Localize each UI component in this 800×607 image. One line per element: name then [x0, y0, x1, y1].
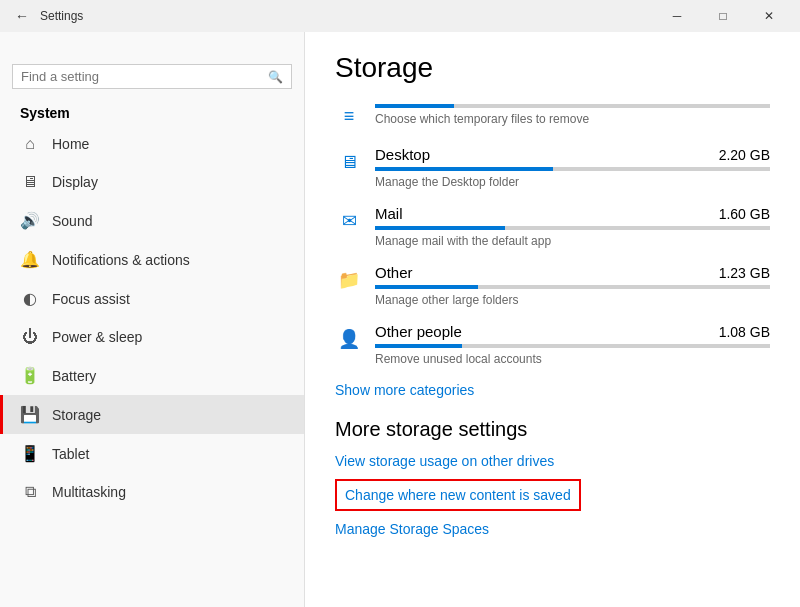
storage-icon-other: 📁: [335, 266, 363, 294]
storage-items-list: ≡ Choose which temporary files to remove…: [335, 100, 770, 366]
home-icon: ⌂: [20, 135, 40, 153]
storage-details-temp: Choose which temporary files to remove: [375, 100, 770, 126]
storage-bar-fill-mail: [375, 226, 505, 230]
link-manage-spaces[interactable]: Manage Storage Spaces: [335, 521, 770, 537]
storage-size-mail: 1.60 GB: [719, 206, 770, 222]
maximize-button[interactable]: □: [700, 0, 746, 32]
link-view-usage[interactable]: View storage usage on other drives: [335, 453, 770, 469]
sidebar-item-display[interactable]: 🖥 Display: [0, 163, 304, 201]
storage-bar-other-people: [375, 344, 770, 348]
storage-name-other-people: Other people: [375, 323, 462, 340]
multitasking-icon: ⧉: [20, 483, 40, 501]
storage-bar-fill-other: [375, 285, 478, 289]
storage-details-other: Other 1.23 GB Manage other large folders: [375, 264, 770, 307]
storage-desc-other-people: Remove unused local accounts: [375, 352, 770, 366]
search-icon: 🔍: [268, 70, 283, 84]
sidebar-item-notifications[interactable]: 🔔 Notifications & actions: [0, 240, 304, 279]
show-more-link[interactable]: Show more categories: [335, 382, 770, 398]
storage-details-mail: Mail 1.60 GB Manage mail with the defaul…: [375, 205, 770, 248]
sidebar-label-power: Power & sleep: [52, 329, 142, 345]
storage-item-desktop: 🖥 Desktop 2.20 GB Manage the Desktop fol…: [335, 146, 770, 189]
storage-icon-mail: ✉: [335, 207, 363, 235]
storage-header-other: Other 1.23 GB: [375, 264, 770, 281]
storage-bar-fill-temp: [375, 104, 454, 108]
search-input[interactable]: [21, 69, 268, 84]
sidebar-label-display: Display: [52, 174, 98, 190]
storage-name-other: Other: [375, 264, 413, 281]
maximize-icon: □: [719, 9, 726, 23]
sidebar-label-home: Home: [52, 136, 89, 152]
sidebar-section-title: System: [0, 97, 304, 125]
storage-item-mail: ✉ Mail 1.60 GB Manage mail with the defa…: [335, 205, 770, 248]
storage-bar-fill-desktop: [375, 167, 553, 171]
sidebar-item-home[interactable]: ⌂ Home: [0, 125, 304, 163]
titlebar: ← Settings ─ □ ✕: [0, 0, 800, 32]
sidebar-item-storage[interactable]: 💾 Storage: [0, 395, 304, 434]
close-icon: ✕: [764, 9, 774, 23]
sidebar-label-multitasking: Multitasking: [52, 484, 126, 500]
storage-item-temp: ≡ Choose which temporary files to remove: [335, 100, 770, 130]
storage-desc-desktop: Manage the Desktop folder: [375, 175, 770, 189]
page-title: Storage: [335, 52, 770, 84]
window-controls: ─ □ ✕: [654, 0, 792, 32]
sidebar-label-battery: Battery: [52, 368, 96, 384]
sidebar: 🔍 System ⌂ Home 🖥 Display 🔊 Sound 🔔 Noti…: [0, 32, 305, 607]
storage-bar-temp: [375, 104, 770, 108]
storage-size-desktop: 2.20 GB: [719, 147, 770, 163]
storage-header-desktop: Desktop 2.20 GB: [375, 146, 770, 163]
storage-desc-mail: Manage mail with the default app: [375, 234, 770, 248]
minimize-icon: ─: [673, 9, 682, 23]
sidebar-label-storage: Storage: [52, 407, 101, 423]
minimize-button[interactable]: ─: [654, 0, 700, 32]
back-button[interactable]: ←: [8, 2, 36, 30]
storage-icon: 💾: [20, 405, 40, 424]
sidebar-item-battery[interactable]: 🔋 Battery: [0, 356, 304, 395]
storage-desc-temp: Choose which temporary files to remove: [375, 112, 770, 126]
storage-bar-mail: [375, 226, 770, 230]
notifications-icon: 🔔: [20, 250, 40, 269]
sidebar-label-tablet: Tablet: [52, 446, 89, 462]
sidebar-item-focus[interactable]: ◐ Focus assist: [0, 279, 304, 318]
storage-details-desktop: Desktop 2.20 GB Manage the Desktop folde…: [375, 146, 770, 189]
link-change-content[interactable]: Change where new content is saved: [335, 479, 581, 511]
battery-icon: 🔋: [20, 366, 40, 385]
sidebar-item-power[interactable]: ⏻ Power & sleep: [0, 318, 304, 356]
sidebar-label-sound: Sound: [52, 213, 92, 229]
tablet-icon: 📱: [20, 444, 40, 463]
storage-header-mail: Mail 1.60 GB: [375, 205, 770, 222]
main-container: 🔍 System ⌂ Home 🖥 Display 🔊 Sound 🔔 Noti…: [0, 32, 800, 607]
storage-desc-other: Manage other large folders: [375, 293, 770, 307]
storage-name-desktop: Desktop: [375, 146, 430, 163]
more-settings-title: More storage settings: [335, 418, 770, 441]
storage-icon-temp: ≡: [335, 102, 363, 130]
sidebar-label-focus: Focus assist: [52, 291, 130, 307]
storage-size-other: 1.23 GB: [719, 265, 770, 281]
storage-bar-desktop: [375, 167, 770, 171]
storage-icon-other-people: 👤: [335, 325, 363, 353]
sidebar-header: [0, 32, 304, 56]
display-icon: 🖥: [20, 173, 40, 191]
sidebar-label-notifications: Notifications & actions: [52, 252, 190, 268]
sidebar-items-list: ⌂ Home 🖥 Display 🔊 Sound 🔔 Notifications…: [0, 125, 304, 511]
sidebar-item-multitasking[interactable]: ⧉ Multitasking: [0, 473, 304, 511]
content-area: Storage ≡ Choose which temporary files t…: [305, 32, 800, 607]
storage-size-other-people: 1.08 GB: [719, 324, 770, 340]
sidebar-item-sound[interactable]: 🔊 Sound: [0, 201, 304, 240]
content-links-list: View storage usage on other drivesChange…: [335, 453, 770, 537]
storage-details-other-people: Other people 1.08 GB Remove unused local…: [375, 323, 770, 366]
storage-item-other: 📁 Other 1.23 GB Manage other large folde…: [335, 264, 770, 307]
storage-name-mail: Mail: [375, 205, 403, 222]
storage-bar-fill-other-people: [375, 344, 462, 348]
storage-item-other-people: 👤 Other people 1.08 GB Remove unused loc…: [335, 323, 770, 366]
power-icon: ⏻: [20, 328, 40, 346]
storage-bar-other: [375, 285, 770, 289]
focus-icon: ◐: [20, 289, 40, 308]
titlebar-title: Settings: [40, 9, 654, 23]
sound-icon: 🔊: [20, 211, 40, 230]
storage-header-other-people: Other people 1.08 GB: [375, 323, 770, 340]
storage-icon-desktop: 🖥: [335, 148, 363, 176]
search-box[interactable]: 🔍: [12, 64, 292, 89]
sidebar-item-tablet[interactable]: 📱 Tablet: [0, 434, 304, 473]
close-button[interactable]: ✕: [746, 0, 792, 32]
back-icon: ←: [15, 8, 29, 24]
